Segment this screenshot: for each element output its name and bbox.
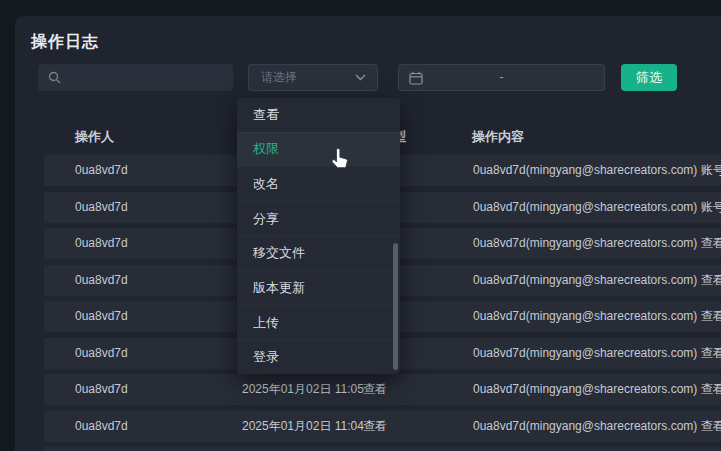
chevron-down-icon <box>355 74 366 81</box>
dropdown-item-label: 查看 <box>253 106 279 124</box>
header-operator: 操作人 <box>75 122 114 152</box>
dropdown-item-label: 上传 <box>253 314 279 332</box>
cell-content: 0ua8vd7d(mingyang@sharecreators.com) 查看了… <box>473 301 721 332</box>
dropdown-item-active[interactable]: 权限 <box>237 132 400 167</box>
dropdown-item[interactable]: 登录 <box>237 339 400 374</box>
cell-operator: 0ua8vd7d <box>75 265 128 296</box>
table-row[interactable]: 0ua8vd7d 2025年01月02日 11:05 查看 0ua8vd7d(m… <box>44 374 721 405</box>
dropdown-item-label: 登录 <box>253 348 279 366</box>
select-placeholder: 请选择 <box>261 65 297 90</box>
dropdown-item[interactable]: 改名 <box>237 166 400 201</box>
search-input[interactable] <box>38 64 233 91</box>
dropdown-item-label: 版本更新 <box>253 279 305 297</box>
dropdown-item[interactable]: 上传 <box>237 305 400 340</box>
dropdown-item-label: 权限 <box>253 140 279 158</box>
cell-type: 查看 <box>363 374 387 405</box>
cell-content: 0ua8vd7d(mingyang@sharecreators.com) 查看了… <box>473 228 721 259</box>
dropdown-item[interactable]: 分享 <box>237 201 400 236</box>
cell-content: 0ua8vd7d(mingyang@sharecreators.com) 账号密… <box>473 192 721 223</box>
dropdown-item[interactable]: 移交文件 <box>237 236 400 271</box>
cursor-pointer-icon <box>330 147 350 169</box>
dropdown-item[interactable]: 版本更新 <box>237 270 400 305</box>
cell-time: 2025年01月02日 11:04 <box>242 411 364 442</box>
dropdown-item-label: 改名 <box>253 175 279 193</box>
dropdown-item[interactable]: 查看 <box>237 98 400 132</box>
cell-time: 2025年01月02日 11:05 <box>242 374 364 405</box>
cell-operator: 0ua8vd7d <box>75 228 128 259</box>
operation-type-select[interactable]: 请选择 <box>248 64 378 91</box>
cell-content: 0ua8vd7d(mingyang@sharecreators.com) 查看了… <box>473 374 721 405</box>
cell-content: 0ua8vd7d(mingyang@sharecreators.com) 账号密… <box>473 155 721 186</box>
cell-operator: 0ua8vd7d <box>75 155 128 186</box>
cell-content: 0ua8vd7d(mingyang@sharecreators.com) 查看了… <box>473 338 721 369</box>
cell-content: 0ua8vd7d(mingyang@sharecreators.com) 查看了… <box>473 411 721 442</box>
type-dropdown-menu: 查看 权限 改名 分享 移交文件 版本更新 上传 登录 <box>237 98 400 374</box>
dropdown-item-label: 移交文件 <box>253 244 305 262</box>
search-icon <box>48 71 61 84</box>
header-content: 操作内容 <box>472 122 524 152</box>
cell-operator: 0ua8vd7d <box>75 301 128 332</box>
cell-content: 0ua8vd7d(mingyang@sharecreators.com) 查看了… <box>473 265 721 296</box>
page-title: 操作日志 <box>31 32 99 53</box>
cell-operator: 0ua8vd7d <box>75 411 128 442</box>
dropdown-item-label: 分享 <box>253 210 279 228</box>
filter-button[interactable]: 筛选 <box>621 64 677 91</box>
table-row[interactable]: 0ua8vd7d 2025年01月02日 11:04 查看 0ua8vd7d(m… <box>44 411 721 442</box>
dropdown-scrollbar[interactable] <box>393 243 398 370</box>
date-separator: - <box>399 65 604 90</box>
cell-operator: 0ua8vd7d <box>75 338 128 369</box>
cell-operator: 0ua8vd7d <box>75 192 128 223</box>
table-row-partial[interactable] <box>44 447 721 451</box>
cell-operator: 0ua8vd7d <box>75 374 128 405</box>
cell-type: 查看 <box>363 411 387 442</box>
date-range-picker[interactable]: - <box>398 64 605 91</box>
